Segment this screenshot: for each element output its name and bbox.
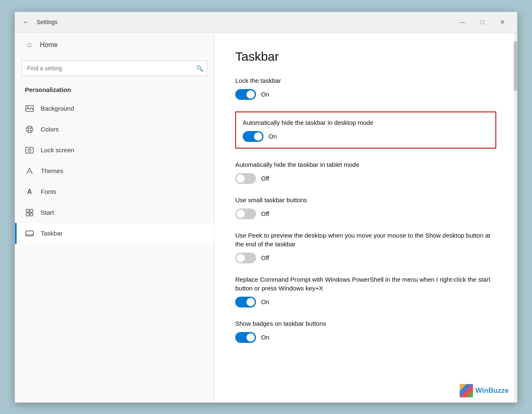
- auto-hide-tablet-thumb: [236, 174, 245, 183]
- replace-command-prompt-toggle[interactable]: [235, 297, 256, 307]
- sidebar-item-themes[interactable]: Themes: [15, 161, 214, 181]
- sidebar-item-colors[interactable]: Colors: [15, 119, 214, 140]
- auto-hide-tablet-label: Automatically hide the taskbar in tablet…: [235, 160, 496, 169]
- themes-icon: [25, 166, 34, 176]
- small-buttons-toggle[interactable]: [235, 208, 256, 219]
- show-badges-row: On: [235, 332, 496, 343]
- background-icon: [25, 104, 34, 113]
- show-badges-toggle[interactable]: [235, 332, 256, 343]
- auto-hide-tablet-row: Off: [235, 173, 496, 184]
- small-buttons-thumb: [236, 210, 245, 218]
- fonts-icon: A: [25, 187, 34, 196]
- main-content: Taskbar Lock the taskbar On Automaticall…: [214, 33, 517, 402]
- svg-point-2: [26, 126, 33, 133]
- scrollbar-thumb[interactable]: [514, 41, 517, 91]
- auto-hide-tablet-toggle[interactable]: [235, 173, 256, 184]
- sidebar-lock-screen-label: Lock screen: [41, 146, 74, 154]
- sidebar-taskbar-label: Taskbar: [41, 230, 63, 237]
- winbuzze-logo: [460, 384, 473, 397]
- svg-rect-12: [26, 213, 29, 216]
- svg-point-3: [27, 127, 29, 129]
- replace-command-prompt-thumb: [246, 298, 255, 306]
- show-badges-thumb: [246, 333, 255, 342]
- watermark-prefix: Win: [475, 387, 488, 394]
- svg-rect-7: [26, 147, 33, 153]
- small-buttons-label: Use small taskbar buttons: [235, 196, 496, 204]
- sidebar-item-start[interactable]: Start: [15, 202, 214, 223]
- minimize-button[interactable]: —: [453, 15, 472, 29]
- setting-lock-taskbar: Lock the taskbar On: [235, 76, 496, 100]
- maximize-button[interactable]: □: [473, 15, 492, 29]
- watermark-text: WinBuzze: [475, 387, 509, 395]
- peek-preview-toggle[interactable]: [235, 253, 256, 263]
- watermark: WinBuzze: [460, 384, 509, 397]
- sidebar-section-title: Personalization: [15, 83, 214, 98]
- auto-hide-desktop-row: On: [243, 131, 489, 142]
- svg-rect-11: [30, 209, 33, 212]
- titlebar: ← Settings — □ ✕: [15, 12, 517, 33]
- page-title: Taskbar: [235, 50, 496, 64]
- sidebar-colors-label: Colors: [41, 126, 59, 133]
- peek-preview-state: Off: [261, 254, 269, 261]
- lock-screen-icon: [25, 146, 34, 155]
- svg-rect-10: [26, 209, 29, 212]
- search-input[interactable]: [22, 60, 207, 76]
- search-container: 🔍: [22, 60, 207, 76]
- start-icon: [25, 208, 34, 217]
- sidebar-fonts-label: Fonts: [41, 188, 57, 195]
- setting-peek-preview: Use Peek to preview the desktop when you…: [235, 231, 496, 263]
- svg-rect-15: [26, 234, 33, 236]
- lock-taskbar-toggle[interactable]: [235, 89, 256, 100]
- search-icon: 🔍: [196, 65, 203, 72]
- sidebar-start-label: Start: [41, 209, 54, 216]
- show-badges-state: On: [261, 334, 269, 341]
- svg-point-6: [30, 130, 32, 131]
- setting-auto-hide-tablet: Automatically hide the taskbar in tablet…: [235, 160, 496, 184]
- peek-preview-row: Off: [235, 253, 496, 263]
- sidebar-item-taskbar[interactable]: Taskbar: [15, 223, 214, 244]
- close-button[interactable]: ✕: [493, 15, 512, 29]
- sidebar-home-label: Home: [40, 41, 58, 49]
- peek-preview-label: Use Peek to preview the desktop when you…: [235, 231, 496, 248]
- window-controls: — □ ✕: [453, 15, 512, 29]
- setting-auto-hide-desktop-box: Automatically hide the taskbar in deskto…: [235, 112, 496, 149]
- sidebar-themes-label: Themes: [41, 167, 63, 174]
- taskbar-icon: [25, 229, 34, 238]
- svg-point-1: [27, 107, 29, 108]
- sidebar-item-lock-screen[interactable]: Lock screen: [15, 140, 214, 161]
- auto-hide-tablet-state: Off: [261, 175, 269, 182]
- home-icon: ⌂: [25, 40, 34, 50]
- auto-hide-desktop-toggle[interactable]: [243, 131, 264, 142]
- setting-replace-command-prompt: Replace Command Prompt with Windows Powe…: [235, 275, 496, 307]
- settings-window: ← Settings — □ ✕ ⌂ Home 🔍 Personalizatio…: [15, 12, 517, 403]
- sidebar-item-fonts[interactable]: A Fonts: [15, 181, 214, 202]
- auto-hide-desktop-thumb: [254, 132, 262, 141]
- svg-point-5: [27, 130, 29, 131]
- replace-command-prompt-label: Replace Command Prompt with Windows Powe…: [235, 275, 496, 293]
- svg-rect-13: [30, 213, 33, 216]
- watermark-accent: Buzze: [488, 387, 509, 394]
- sidebar-background-label: Background: [41, 105, 74, 112]
- auto-hide-desktop-state: On: [268, 133, 277, 140]
- back-button[interactable]: ←: [20, 16, 32, 28]
- sidebar-item-background[interactable]: Background: [15, 98, 214, 119]
- auto-hide-desktop-label: Automatically hide the taskbar in deskto…: [243, 118, 489, 127]
- lock-taskbar-thumb: [246, 90, 255, 99]
- setting-show-badges: Show badges on taskbar buttons On: [235, 319, 496, 343]
- small-buttons-state: Off: [261, 210, 269, 217]
- window-title: Settings: [37, 19, 453, 25]
- small-buttons-row: Off: [235, 208, 496, 219]
- replace-command-prompt-row: On: [235, 297, 496, 307]
- show-badges-label: Show badges on taskbar buttons: [235, 319, 496, 328]
- setting-small-buttons: Use small taskbar buttons Off: [235, 196, 496, 219]
- content-area: ⌂ Home 🔍 Personalization Background: [15, 33, 517, 402]
- lock-taskbar-label: Lock the taskbar: [235, 76, 496, 85]
- sidebar-item-home[interactable]: ⌂ Home: [15, 33, 214, 57]
- lock-taskbar-row: On: [235, 89, 496, 100]
- svg-point-4: [30, 127, 32, 129]
- replace-command-prompt-state: On: [261, 298, 269, 305]
- peek-preview-thumb: [236, 254, 245, 262]
- scrollbar[interactable]: [514, 33, 517, 402]
- lock-taskbar-state: On: [261, 91, 269, 98]
- colors-icon: [25, 125, 34, 134]
